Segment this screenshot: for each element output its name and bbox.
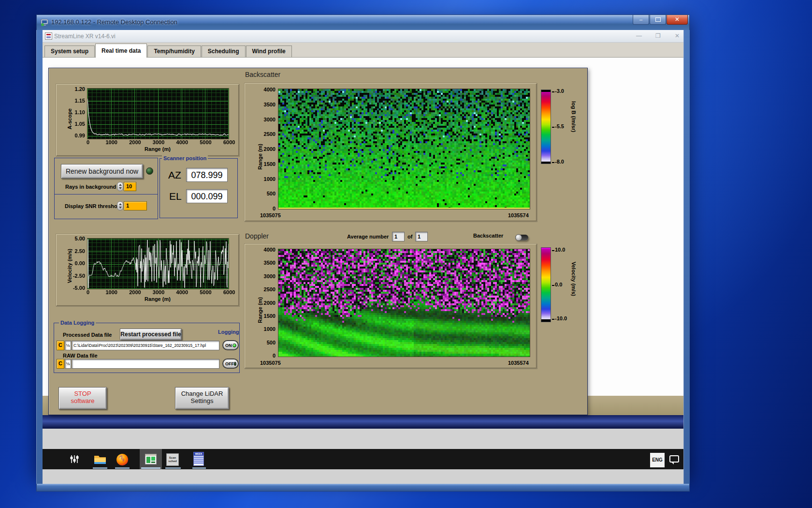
backscatter-toggle[interactable] xyxy=(515,235,528,240)
ascope-xtick: 0 xyxy=(78,139,98,145)
renew-background-button[interactable]: Renew background now xyxy=(61,164,143,179)
taskbar: Scan sched WEEK ENG xyxy=(43,449,683,469)
ascope-xtick: 3000 xyxy=(149,139,168,145)
doppler-ytick: 3500 xyxy=(259,260,276,266)
maximize-button[interactable] xyxy=(650,15,666,25)
snr-threshold-group: Display SNR threshold 1 xyxy=(54,194,158,219)
off-toggle-label: OFF xyxy=(225,361,234,366)
ascope-xtick: 1000 xyxy=(102,139,121,145)
colorbar-cap xyxy=(541,248,551,249)
rays-value[interactable]: 10 xyxy=(124,182,136,191)
remote-session: StreamLine XR v14-6.vi — ❐ ✕ System setu… xyxy=(43,30,683,484)
restart-processed-file-button[interactable]: Restart processed file xyxy=(120,329,182,340)
app-maximize-button[interactable]: ❐ xyxy=(655,32,661,39)
language-indicator[interactable]: ENG xyxy=(650,453,665,467)
doppler-cbar-tick-dash xyxy=(552,285,554,286)
scanner-position-title: Scanner position xyxy=(162,155,208,161)
tab-real-time-data[interactable]: Real time data xyxy=(95,44,147,58)
backscatter-cbar-tick: -8.0 xyxy=(555,159,564,164)
change-lidar-settings-button[interactable]: Change LiDAR Settings xyxy=(175,387,229,409)
app-title: StreamLine XR v14-6.vi xyxy=(54,33,116,40)
week-schedule-icon[interactable]: WEEK xyxy=(193,452,204,466)
tab-scheduling[interactable]: Scheduling xyxy=(202,45,246,57)
velocity-graph: Velocity (m/s) Range (m) 5.002.500.00-2.… xyxy=(56,234,239,306)
rays-in-background-label: Rays in background xyxy=(65,184,116,190)
path-type-icon[interactable]: ⅛ xyxy=(65,359,71,369)
backscatter-title: Backscatter xyxy=(245,71,280,78)
el-value[interactable]: 000.099 xyxy=(186,189,228,203)
backscatter-xend: 1035574 xyxy=(508,212,529,218)
running-indicator xyxy=(192,467,206,469)
doppler-ytick: 0 xyxy=(259,353,276,359)
tab-system-setup[interactable]: System setup xyxy=(44,45,95,57)
processed-path-field[interactable]: C:\Lidar\Data\Proc\2023\202309\20230915\… xyxy=(72,341,219,350)
doppler-ytick: 1000 xyxy=(259,326,276,332)
ascope-xtick: 4000 xyxy=(173,139,192,145)
task-view-icon[interactable] xyxy=(70,454,79,464)
app-close-button[interactable]: ✕ xyxy=(675,32,680,39)
average-count-field[interactable]: 1 xyxy=(392,232,405,241)
doppler-ytick: 1500 xyxy=(259,313,276,319)
stop-software-line2: software xyxy=(59,397,106,404)
front-panel: A-scope Range (m) 1.201.151.101.050.9901… xyxy=(48,68,588,415)
az-label: AZ xyxy=(168,169,181,181)
streamline-app-icon[interactable] xyxy=(145,454,157,464)
running-indicator xyxy=(141,467,160,469)
app-minimize-button[interactable]: — xyxy=(636,32,642,39)
backscatter-xstart: 1035075 xyxy=(260,212,281,218)
average-total-field[interactable]: 1 xyxy=(415,232,428,241)
snr-value[interactable]: 1 xyxy=(124,201,147,210)
minimize-button[interactable]: – xyxy=(633,15,649,25)
doppler-title: Doppler xyxy=(245,232,269,240)
doppler-ytick: 2500 xyxy=(259,286,276,292)
tab-wind-profile[interactable]: Wind profile xyxy=(246,45,292,57)
doppler-plot xyxy=(278,249,530,357)
snr-threshold-label: Display SNR threshold xyxy=(65,203,122,209)
off-toggle[interactable]: OFF xyxy=(222,359,239,369)
rays-spinner[interactable] xyxy=(117,182,123,191)
scanner-position-group: Scanner position AZ 078.999 EL 000.099 xyxy=(160,158,238,218)
file-explorer-icon[interactable] xyxy=(94,454,106,465)
backscatter-plot xyxy=(278,89,530,209)
doppler-xend: 1035574 xyxy=(508,360,529,366)
doppler-ytick: 4000 xyxy=(259,247,276,253)
tab-temp-humidity[interactable]: Temp/humidity xyxy=(147,45,201,57)
close-button[interactable]: ✕ xyxy=(667,15,688,25)
rdp-titlebar[interactable]: 192.168.0.122 - Remote Desktop Connectio… xyxy=(36,15,690,30)
backscatter-cbar-tick-dash xyxy=(552,162,554,163)
snr-spinner[interactable] xyxy=(117,201,123,210)
renew-led xyxy=(146,167,153,175)
ascope-xtick: 5000 xyxy=(196,139,216,145)
scan-scheduler-icon[interactable]: Scan sched xyxy=(166,453,179,466)
tab-bar: System setupReal time dataTemp/humidityS… xyxy=(43,43,683,58)
drive-button[interactable]: C xyxy=(57,359,64,369)
doppler-cbar-tick-dash xyxy=(552,319,554,320)
running-indicator xyxy=(165,467,181,469)
on-toggle[interactable]: ON xyxy=(222,340,239,350)
el-label: EL xyxy=(169,191,182,202)
doppler-colorbar xyxy=(541,247,551,322)
velocity-xtick: 0 xyxy=(78,289,98,295)
rdp-window: 192.168.0.122 - Remote Desktop Connectio… xyxy=(36,15,690,477)
chat-icon[interactable] xyxy=(669,455,679,463)
ascope-xtick: 6000 xyxy=(219,139,239,145)
backscatter-colorbar xyxy=(541,90,551,164)
raw-path-field[interactable] xyxy=(72,359,219,369)
stop-software-button[interactable]: STOP software xyxy=(58,387,107,409)
doppler-xstart: 1035075 xyxy=(260,360,281,366)
doppler-ytick: 2000 xyxy=(259,300,276,306)
change-lidar-line1: Change LiDAR xyxy=(175,390,229,397)
firefox-icon[interactable] xyxy=(116,453,129,466)
colorbar-cap xyxy=(541,90,551,92)
app-titlebar[interactable]: StreamLine XR v14-6.vi — ❐ ✕ xyxy=(43,30,683,43)
doppler-colorbar-label: Velocity (m/s) xyxy=(571,262,577,296)
path-type-icon[interactable]: ⅛ xyxy=(65,341,71,350)
on-toggle-label: ON xyxy=(225,343,232,348)
ascope-xlabel: Range (m) xyxy=(129,146,187,152)
doppler-cbar-tick: 10.0 xyxy=(555,247,565,253)
velocity-ytick: 2.50 xyxy=(68,248,85,254)
drive-button[interactable]: C xyxy=(57,341,64,350)
backscatter-cbar-tick: -5.5 xyxy=(555,123,564,129)
az-value[interactable]: 078.999 xyxy=(186,168,228,182)
doppler-cbar-tick-dash xyxy=(552,250,554,251)
